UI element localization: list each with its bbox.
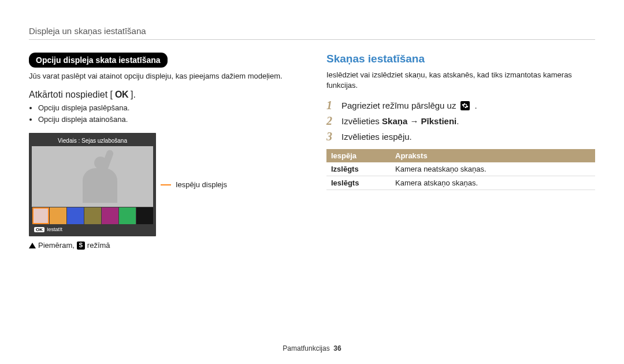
page: Displeja un skaņas iestatīšana Opciju di…	[0, 0, 624, 364]
example-pre: Piemēram,	[38, 241, 75, 250]
ok-chip-icon: OK	[34, 227, 44, 232]
step-text-pre: Izvēlieties	[341, 116, 382, 126]
orange-callout-dash	[161, 184, 171, 185]
step-text: Pagrieziet režīmu pārslēgu uz	[341, 101, 456, 110]
menu-sound: Skaņa	[382, 116, 407, 126]
right-column: Skaņas iestatīšana Ieslēdziet vai izslēd…	[326, 53, 595, 250]
option-bullets: Opciju displeja paslēpšana. Opciju displ…	[29, 102, 303, 125]
menu-beeps: Pīkstieni	[421, 116, 457, 126]
table-row: Izslēgts Kamera neatskaņo skaņas.	[326, 162, 595, 176]
camera-foot-label: Iestatīt	[47, 226, 62, 232]
section-pill: Opciju displeja skata iestatīšana	[29, 53, 168, 68]
silhouette-body	[83, 168, 117, 203]
camera-preview	[32, 146, 153, 207]
step-number: 3	[326, 130, 337, 143]
options-table: Iespēja Apraksts Izslēgts Kamera neatska…	[326, 149, 595, 190]
left-column: Opciju displeja skata iestatīšana Jūs va…	[29, 53, 303, 250]
example-post: režīmā	[87, 241, 110, 250]
step-number: 1	[326, 99, 337, 112]
thumbnail	[102, 207, 118, 224]
col-option: Iespēja	[326, 149, 391, 162]
intro-text: Jūs varat paslēpt vai atainot opciju dis…	[29, 71, 303, 81]
sound-intro: Ieslēdziet vai izslēdziet skaņu, kas ats…	[326, 70, 595, 91]
step-2: 2 Izvēlieties Skaņa → Pīkstieni.	[326, 114, 595, 128]
page-footer: Pamatfunkcijas 36	[0, 344, 624, 352]
thumbnail	[67, 207, 84, 224]
option-key: Ieslēgts	[326, 176, 391, 190]
gear-icon	[460, 101, 470, 110]
camera-footer: OK Iestatīt	[32, 224, 153, 233]
thumbnail	[119, 207, 136, 224]
repeat-press-instruction: Atkārtoti nospiediet [OK].	[29, 90, 303, 100]
option-key: Izslēgts	[326, 162, 391, 176]
bullet-item: Opciju displeja paslēpšana.	[38, 102, 303, 114]
option-desc: Kamera neatskaņo skaņas.	[391, 162, 595, 176]
ok-button-glyph: OK	[115, 90, 128, 100]
breadcrumb: Displeja un skaņas iestatīšana	[29, 26, 595, 36]
step-3: 3 Izvēlieties iespēju.	[326, 130, 595, 143]
steps-list: 1 Pagrieziet režīmu pārslēgu uz . 2 Izvē…	[326, 99, 595, 143]
header-rule	[29, 39, 595, 40]
step-number: 2	[326, 114, 337, 128]
camera-mode-title: Viedais : Sejas uzlabošana	[32, 136, 153, 146]
example-line: Piemēram, S režīmā	[29, 241, 303, 250]
s-mode-chip: S	[77, 242, 85, 250]
arrow-right-icon: →	[410, 116, 418, 126]
instruction-pre: Atkārtoti nospiediet [	[29, 90, 113, 100]
callout-label: Iespēju displejs	[176, 180, 227, 189]
option-desc: Kamera atskaņo skaņas.	[391, 176, 595, 190]
camera-display-figure: Viedais : Sejas uzlabošana	[29, 133, 303, 236]
bullet-item: Opciju displeja atainošana.	[38, 114, 303, 125]
content-columns: Opciju displeja skata iestatīšana Jūs va…	[29, 53, 595, 250]
thumbnail	[136, 207, 153, 224]
table-row: Ieslēgts Kamera atskaņo skaņas.	[326, 176, 595, 190]
triangle-up-icon	[29, 243, 36, 248]
step-period: .	[456, 116, 459, 126]
page-number: 36	[333, 344, 341, 352]
col-description: Apraksts	[391, 149, 595, 162]
thumbnail	[50, 207, 66, 224]
thumbnail	[32, 207, 49, 224]
camera-screen: Viedais : Sejas uzlabošana	[29, 133, 156, 236]
step-period: .	[474, 101, 477, 110]
footer-section: Pamatfunkcijas	[283, 344, 329, 352]
step-1: 1 Pagrieziet režīmu pārslēgu uz .	[326, 99, 595, 112]
sound-settings-title: Skaņas iestatīšana	[326, 53, 595, 65]
thumbnail	[84, 207, 101, 224]
instruction-post: ].	[131, 90, 136, 100]
step-text: Izvēlieties iespēju.	[341, 132, 412, 142]
thumbnail-strip	[32, 207, 153, 224]
